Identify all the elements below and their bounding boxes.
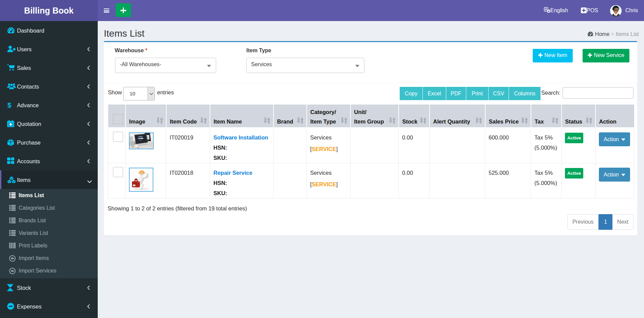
svg-text:$: $ <box>7 101 12 109</box>
